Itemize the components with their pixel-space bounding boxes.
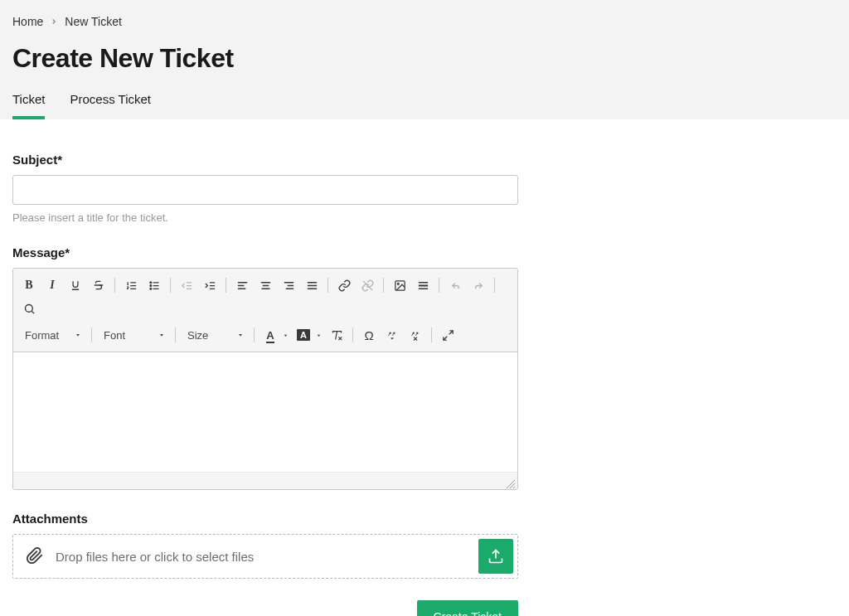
breadcrumb: Home New Ticket [12, 15, 837, 43]
caret-down-icon [75, 332, 81, 338]
split-quote-button[interactable] [381, 324, 403, 346]
align-center-button[interactable] [255, 274, 276, 296]
tab-ticket[interactable]: Ticket [12, 92, 45, 119]
align-right-button[interactable] [278, 274, 299, 296]
create-ticket-button[interactable]: Create Ticket [417, 600, 518, 616]
message-textarea[interactable] [13, 352, 517, 473]
indent-button[interactable] [199, 274, 221, 296]
attachments-dropzone[interactable]: Drop files here or click to select files [12, 534, 518, 579]
breadcrumb-current: New Ticket [65, 15, 121, 28]
svg-point-10 [149, 288, 151, 289]
upload-button[interactable] [478, 539, 513, 574]
text-color-button[interactable]: A [260, 324, 281, 346]
subject-input[interactable] [12, 175, 518, 205]
italic-button[interactable]: I [41, 274, 63, 296]
separator-icon [170, 278, 171, 293]
breadcrumb-home[interactable]: Home [12, 15, 43, 28]
unordered-list-button[interactable] [143, 274, 165, 296]
unlink-button[interactable] [357, 274, 378, 296]
separator-icon [91, 327, 92, 342]
bold-button[interactable]: B [18, 274, 40, 296]
subject-label: Subject* [12, 153, 518, 167]
separator-icon [114, 278, 115, 293]
ordered-list-button[interactable] [120, 274, 142, 296]
redo-button[interactable] [468, 274, 489, 296]
separator-icon [383, 278, 384, 293]
separator-icon [327, 278, 328, 293]
strikethrough-button[interactable] [88, 274, 109, 296]
message-group: Message* B I [12, 245, 518, 490]
background-color-button[interactable]: A [293, 324, 314, 346]
image-button[interactable] [389, 274, 410, 296]
outdent-button[interactable] [176, 274, 197, 296]
text-color-dropdown[interactable] [279, 324, 291, 346]
separator-icon [439, 278, 439, 293]
attachments-label: Attachments [12, 512, 518, 526]
separator-icon [175, 327, 176, 342]
separator-icon [226, 278, 226, 293]
caret-down-icon [237, 332, 244, 338]
format-select[interactable]: Format [18, 324, 86, 346]
subject-help: Please insert a title for the ticket. [12, 211, 518, 224]
svg-line-36 [32, 311, 34, 313]
svg-marker-38 [160, 334, 163, 337]
message-label: Message* [12, 245, 518, 259]
align-left-button[interactable] [231, 274, 253, 296]
attachments-group: Attachments Drop files here or click to … [12, 512, 518, 579]
svg-marker-37 [76, 334, 80, 337]
separator-icon [431, 327, 432, 342]
editor-toolbar: B I [13, 269, 517, 352]
format-select-label: Format [25, 329, 59, 342]
remove-quote-button[interactable] [405, 324, 426, 346]
font-select-label: Font [104, 329, 125, 342]
background-color-dropdown[interactable] [313, 324, 324, 346]
separator-icon [254, 327, 255, 342]
caret-down-icon [158, 332, 165, 338]
align-justify-button[interactable] [301, 274, 323, 296]
underline-button[interactable] [65, 274, 86, 296]
subject-group: Subject* Please insert a title for the t… [12, 153, 518, 224]
font-select[interactable]: Font [97, 324, 170, 346]
editor-footer [13, 473, 517, 489]
chevron-right-icon [50, 17, 58, 26]
svg-point-8 [149, 281, 151, 283]
svg-point-9 [149, 284, 151, 286]
svg-marker-39 [239, 334, 242, 337]
resize-grip-icon[interactable] [506, 478, 516, 488]
separator-icon [494, 278, 495, 293]
dropzone-text: Drop files here or click to select files [56, 550, 254, 564]
special-character-button[interactable]: Ω [358, 324, 380, 346]
remove-format-button[interactable] [326, 324, 347, 346]
svg-marker-41 [317, 334, 320, 336]
undo-button[interactable] [444, 274, 466, 296]
svg-point-31 [397, 283, 399, 284]
separator-icon [352, 327, 353, 342]
svg-marker-40 [284, 334, 287, 336]
svg-point-35 [25, 304, 32, 312]
horizontal-rule-button[interactable] [412, 274, 434, 296]
find-button[interactable] [18, 298, 40, 319]
svg-line-42 [335, 331, 337, 339]
size-select-label: Size [187, 329, 208, 342]
rich-text-editor: B I [12, 268, 518, 490]
maximize-button[interactable] [437, 324, 458, 346]
size-select[interactable]: Size [181, 324, 249, 346]
tabs: Ticket Process Ticket [12, 92, 837, 119]
page-title: Create New Ticket [12, 43, 837, 92]
link-button[interactable] [333, 274, 355, 296]
tab-process-ticket[interactable]: Process Ticket [70, 92, 151, 119]
paperclip-icon [26, 546, 44, 567]
